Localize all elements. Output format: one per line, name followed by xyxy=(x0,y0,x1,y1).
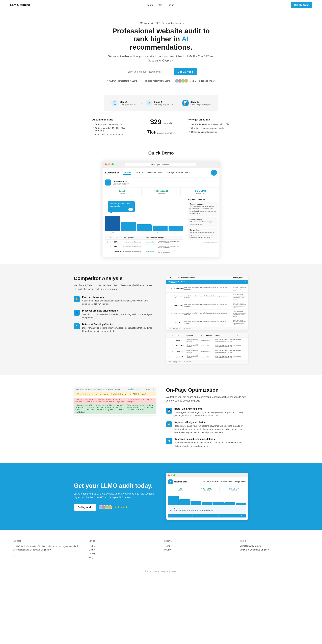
hero-subtitle: Get an actionable audit of your website … xyxy=(106,54,216,63)
badge-outrank-text: Outrank competitors in LLMs xyxy=(109,80,137,82)
stage-3-desc: Get a deep-dive report xyxy=(190,103,211,106)
hero-title-text1: Professional website audit to rank highe… xyxy=(112,27,210,43)
footer-link-demo[interactable]: Demo xyxy=(89,548,158,551)
nav-links: Demo Blog Pricing xyxy=(147,4,174,6)
cta-get-audit-button[interactable]: Get My Audit xyxy=(74,504,96,510)
avatar-4 xyxy=(184,78,188,83)
nav-link-blog[interactable]: Blog xyxy=(157,4,162,6)
table-header-top: LLM No. Recommendations Top Keywords xyxy=(166,276,248,280)
footer-link-privacy[interactable]: Privacy xyxy=(164,548,233,551)
footer-blog-link-1[interactable]: Ultimate LLMO Guide xyxy=(240,545,308,547)
prompts-value: 7k+ xyxy=(147,129,156,135)
table-row: ☐ 5 zoom.us video testimonial software, … xyxy=(166,318,248,326)
demo-tab-data[interactable]: Data xyxy=(185,170,189,174)
demo-bar-chart xyxy=(105,214,183,231)
hero-title-text2: recommendations. xyxy=(130,43,192,51)
footer-link-home[interactable]: Home xyxy=(89,545,158,547)
demo-site-info: testimonial.to Last audit: just now xyxy=(113,180,129,185)
demo-rec-item-3: Keyword tips Try creating content for th… xyxy=(188,228,217,240)
footer-legal-heading: Legal xyxy=(164,540,233,542)
demo-stat-crawlable-value: Yes (11/11) xyxy=(144,189,178,192)
demo-label-2: fiverr.com xyxy=(121,232,136,234)
check-icon-r2: ✓ xyxy=(188,127,190,129)
check-icon-f1: ✓ xyxy=(92,123,94,126)
badge-outrank: ✓ Outrank competitors in LLMs xyxy=(107,80,137,82)
footer-about-text: LLM Optimize is a suite of tools to help… xyxy=(14,545,82,552)
feature-1-title: Find new keywords xyxy=(82,296,156,298)
demo-tab-checks[interactable]: Checks xyxy=(176,170,183,174)
stage-1-text: Stage 1: Enter your domain xyxy=(120,101,136,106)
demo-tab-onpage[interactable]: On-Page xyxy=(166,170,174,174)
demo-stat-checks: 11/11 Checks xyxy=(103,188,142,196)
feature-item-3: ✓Actionable recommendations xyxy=(92,133,134,136)
onpage-feature-1-text: [Beta] Blog Amendments We suggest small … xyxy=(174,408,248,417)
demo-app-logo: LLM Optimize xyxy=(105,172,119,174)
competitor-title: Competitor Analysis xyxy=(74,276,156,281)
demo-label-4: videoask.com xyxy=(153,232,167,234)
diff-tab-original[interactable]: Original xyxy=(137,388,145,391)
footer-col-about: About LLM Optimize is a suite of tools t… xyxy=(14,540,82,560)
demo-bar-4 xyxy=(153,226,167,231)
demo-tooltip-next[interactable]: → xyxy=(128,208,133,211)
onpage-feature-1: 💬 [Beta] Blog Amendments We suggest smal… xyxy=(166,408,248,417)
cta-title: Get your LLMO audit today. xyxy=(74,482,156,489)
stage-arrow-2: → xyxy=(176,101,179,105)
feature-right-item-1: ✓Start writing content that ranks in LLM… xyxy=(188,123,230,126)
demo-tab-recommendations[interactable]: Recommendations xyxy=(147,170,164,174)
browser-dot-yellow xyxy=(108,164,110,166)
onpage-f2-desc: Based on you and your competitor's keywo… xyxy=(174,424,248,434)
nav-cta-button[interactable]: Get My Audit xyxy=(291,2,312,8)
demo-tab-competitors[interactable]: Competitors xyxy=(134,170,144,174)
onpage-subtitle: We look at your top pages and recommend … xyxy=(166,395,248,403)
demo-tab-overview[interactable]: Overview xyxy=(123,170,131,174)
demo-stat-presence: 4/9 LLMs Presence xyxy=(181,188,219,196)
cta-mock-content: t testimonial.to Overview Competitors Re… xyxy=(166,478,248,520)
nav-link-pricing[interactable]: Pricing xyxy=(167,4,174,6)
stage-arrow-1: → xyxy=(139,101,143,105)
onpage-feature-3: ⚗ Research-backed recommendations We app… xyxy=(166,438,248,448)
demo-body: This is the website audit for testimonia… xyxy=(103,196,219,257)
cta-table-header: AllExpertYouFiverr xyxy=(168,514,246,518)
key-icon: 🔑 xyxy=(74,296,80,302)
cta-dot-green xyxy=(173,474,175,476)
nav-link-demo[interactable]: Demo xyxy=(147,4,153,6)
cta-section: Get your LLMO audit today. LLMO is repla… xyxy=(60,463,262,530)
feature-right-item-3: ✓Detect configuration issues xyxy=(188,131,230,133)
browser-dot-red xyxy=(105,164,107,166)
competitor-left: Competitor Analysis We check 2,500+ prom… xyxy=(74,276,156,336)
hero-cta-button[interactable]: Get My Audit xyxy=(174,68,197,75)
footer-link-blog[interactable]: Blog xyxy=(89,556,158,559)
cta-right: t testimonial.to Overview Competitors Re… xyxy=(166,473,248,520)
footer-link-pricing[interactable]: Pricing xyxy=(89,552,158,555)
onpage-f1-desc: We suggest small changes to your existin… xyxy=(174,411,248,417)
footer-col-links: Links Home Demo Pricing Blog xyxy=(89,540,158,560)
feature-2-desc: See which prompts (and which models) are… xyxy=(82,313,156,319)
demo-tooltip-text: This is the website audit for testimonia… xyxy=(110,202,133,207)
features-center: $29 per audit 7k+ prompts checked xyxy=(140,118,182,137)
hero-section: LLMO is replacing SEO. Get ahead of the … xyxy=(0,10,322,91)
table-row: ☐ 3 Llama CV video testimonial software … xyxy=(166,349,248,354)
demo-bar-3 xyxy=(137,224,152,231)
badge-tailored-text: Tailored recommendations xyxy=(145,80,170,82)
demo-tooltip-nav: 1 of 10 → xyxy=(110,208,133,211)
diff-tab-keywords[interactable]: Keywords xyxy=(146,388,154,391)
cta-stars: ★★★★★ xyxy=(114,506,128,509)
demo-title: Quick Demo xyxy=(3,150,319,156)
github-icon[interactable]: ⌂ xyxy=(14,554,82,558)
domain-input[interactable] xyxy=(125,68,172,75)
globe-icon: 🌐 xyxy=(111,100,118,106)
footer-link-terms[interactable]: Terms xyxy=(164,545,233,547)
footer-blog-link-2[interactable]: What is a Generative Engine? xyxy=(240,548,308,551)
cta-bar-2 xyxy=(179,500,190,505)
onpage-feature-2: 🔑 Keyword affinity calculation Based on … xyxy=(166,421,248,434)
diff-tab-revised[interactable]: Revised xyxy=(128,388,135,391)
cta-mock-chart xyxy=(168,495,246,505)
demo-stat-presence-label: Presence xyxy=(183,192,217,194)
demo-mini-table: # LLM Top Keywords Is Your Website Promp… xyxy=(105,236,183,254)
table-pagination-2: From per page: 10 1 - 10 of 977 > xyxy=(166,360,248,364)
dataset-icon: 🗂 xyxy=(74,323,80,329)
demo-stat-checks-value: 11/11 xyxy=(105,189,139,192)
prompts-row: 7k+ prompts checked xyxy=(140,127,182,135)
features-row: All audits include ✓100+ of your pages a… xyxy=(86,118,236,137)
feature-3-desc: Discover and fix problems with your webs… xyxy=(82,326,156,333)
